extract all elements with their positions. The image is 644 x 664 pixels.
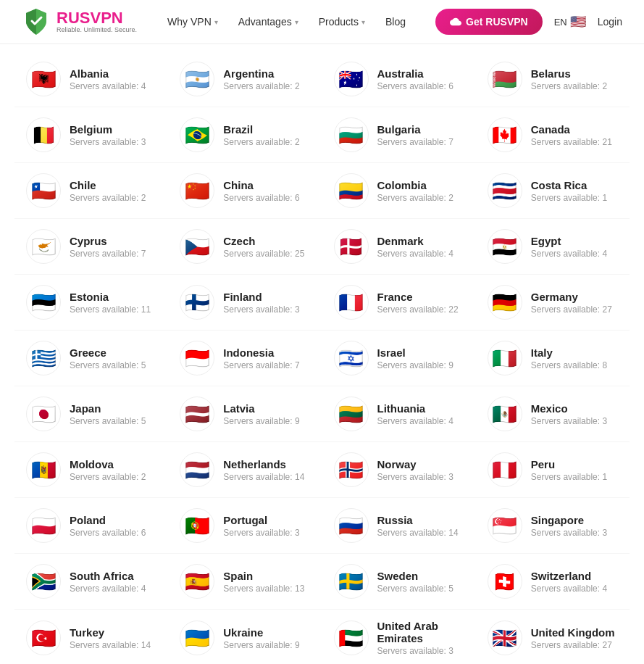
country-item[interactable]: 🇧🇾 Belarus Servers available: 2 (476, 51, 630, 107)
country-name: Colombia (377, 179, 453, 191)
country-item[interactable]: 🇫🇮 Finland Servers available: 3 (168, 275, 322, 331)
country-name: Germany (531, 291, 612, 303)
country-item[interactable]: 🇦🇺 Australia Servers available: 6 (322, 51, 476, 107)
country-item[interactable]: 🇦🇱 Albania Servers available: 4 (14, 51, 168, 107)
country-item[interactable]: 🇪🇸 Spain Servers available: 13 (168, 554, 322, 610)
country-item[interactable]: 🇮🇱 Israel Servers available: 9 (322, 331, 476, 386)
country-item[interactable]: 🇱🇻 Latvia Servers available: 9 (168, 386, 322, 442)
country-item[interactable]: 🇳🇴 Norway Servers available: 3 (322, 442, 476, 498)
country-info: Indonesia Servers available: 7 (223, 346, 299, 370)
country-item[interactable]: 🇱🇹 Lithuania Servers available: 4 (322, 386, 476, 442)
country-name: Singapore (531, 514, 607, 526)
country-servers: Servers available: 22 (377, 304, 459, 315)
country-name: France (377, 291, 459, 303)
country-item[interactable]: 🇯🇵 Japan Servers available: 5 (14, 386, 168, 442)
country-item[interactable]: 🇳🇱 Netherlands Servers available: 14 (168, 442, 322, 498)
country-flag: 🇵🇹 (180, 508, 214, 543)
nav-products[interactable]: Products ▾ (310, 12, 374, 32)
country-flag: 🇧🇷 (180, 117, 214, 152)
logo[interactable]: RUSVPN Reliable. Unlimited. Secure. (22, 7, 137, 36)
country-name: Netherlands (223, 458, 304, 470)
country-item[interactable]: 🇨🇾 Cyprus Servers available: 7 (14, 219, 168, 275)
country-item[interactable]: 🇨🇴 Colombia Servers available: 2 (322, 163, 476, 219)
country-info: Estonia Servers available: 11 (70, 291, 151, 315)
country-item[interactable]: 🇺🇦 Ukraine Servers available: 9 (168, 610, 322, 664)
country-item[interactable]: 🇪🇪 Estonia Servers available: 11 (14, 275, 168, 331)
country-info: Brazil Servers available: 2 (223, 123, 299, 147)
country-flag: 🇧🇬 (334, 117, 369, 152)
country-name: Finland (223, 291, 299, 303)
country-item[interactable]: 🇮🇹 Italy Servers available: 8 (476, 331, 630, 386)
country-flag: 🇯🇵 (26, 397, 61, 431)
country-info: Greece Servers available: 5 (70, 346, 146, 370)
nav-why-vpn[interactable]: Why VPN ▾ (159, 12, 227, 32)
country-name: Brazil (223, 123, 299, 136)
country-servers: Servers available: 14 (223, 472, 304, 482)
country-item[interactable]: 🇫🇷 France Servers available: 22 (322, 275, 476, 331)
country-item[interactable]: 🇨🇦 Canada Servers available: 21 (476, 107, 630, 163)
country-info: Colombia Servers available: 2 (377, 179, 453, 203)
country-item[interactable]: 🇧🇪 Belgium Servers available: 3 (14, 107, 168, 163)
country-item[interactable]: 🇿🇦 South Africa Servers available: 4 (14, 554, 168, 610)
country-flag: 🇨🇱 (26, 173, 61, 208)
country-item[interactable]: 🇨🇷 Costa Rica Servers available: 1 (476, 163, 630, 219)
country-info: France Servers available: 22 (377, 291, 459, 315)
country-flag: 🇬🇷 (26, 341, 61, 375)
country-name: Israel (377, 346, 453, 359)
country-item[interactable]: 🇨🇱 Chile Servers available: 2 (14, 163, 168, 219)
country-item[interactable]: 🇧🇬 Bulgaria Servers available: 7 (322, 107, 476, 163)
country-item[interactable]: 🇨🇿 Czech Servers available: 25 (168, 219, 322, 275)
country-item[interactable]: 🇨🇭 Switzerland Servers available: 4 (476, 554, 630, 610)
country-item[interactable]: 🇦🇪 United Arab Emirates Servers availabl… (322, 610, 476, 664)
country-name: Estonia (70, 291, 151, 303)
country-servers: Servers available: 5 (377, 584, 453, 594)
language-selector[interactable]: EN 🇺🇸 (554, 14, 586, 30)
country-item[interactable]: 🇬🇷 Greece Servers available: 5 (14, 331, 168, 386)
chevron-down-icon: ▾ (214, 18, 218, 26)
logo-tagline: Reliable. Unlimited. Secure. (57, 26, 137, 33)
country-item[interactable]: 🇨🇳 China Servers available: 6 (168, 163, 322, 219)
country-name: Japan (70, 402, 146, 415)
country-item[interactable]: 🇸🇪 Sweden Servers available: 5 (322, 554, 476, 610)
login-button[interactable]: Login (598, 16, 622, 28)
nav-advantages[interactable]: Advantages ▾ (230, 12, 307, 32)
language-label: EN (554, 17, 567, 28)
country-item[interactable]: 🇩🇪 Germany Servers available: 27 (476, 275, 630, 331)
country-item[interactable]: 🇵🇪 Peru Servers available: 1 (476, 442, 630, 498)
country-item[interactable]: 🇵🇱 Poland Servers available: 6 (14, 498, 168, 554)
get-rusvpn-button[interactable]: Get RUSVPN (435, 9, 543, 35)
nav-blog[interactable]: Blog (377, 12, 414, 32)
country-item[interactable]: 🇲🇩 Moldova Servers available: 2 (14, 442, 168, 498)
country-item[interactable]: 🇩🇰 Denmark Servers available: 4 (322, 219, 476, 275)
country-info: Turkey Servers available: 14 (70, 626, 151, 650)
country-item[interactable]: 🇸🇬 Singapore Servers available: 3 (476, 498, 630, 554)
country-servers: Servers available: 13 (223, 584, 304, 594)
country-servers: Servers available: 9 (377, 360, 453, 370)
country-flag: 🇱🇹 (334, 397, 369, 431)
country-item[interactable]: 🇲🇽 Mexico Servers available: 3 (476, 386, 630, 442)
country-info: Spain Servers available: 13 (223, 570, 304, 594)
country-info: Czech Servers available: 25 (223, 235, 304, 259)
country-name: Turkey (70, 626, 151, 639)
country-servers: Servers available: 5 (70, 360, 146, 370)
country-servers: Servers available: 7 (377, 137, 453, 147)
country-item[interactable]: 🇪🇬 Egypt Servers available: 4 (476, 219, 630, 275)
country-flag: 🇿🇦 (26, 564, 61, 599)
country-servers: Servers available: 7 (70, 249, 146, 259)
country-name: Denmark (377, 235, 453, 247)
country-item[interactable]: 🇷🇺 Russia Servers available: 14 (322, 498, 476, 554)
country-item[interactable]: 🇮🇩 Indonesia Servers available: 7 (168, 331, 322, 386)
country-name: Norway (377, 458, 453, 470)
country-servers: Servers available: 3 (531, 528, 607, 538)
country-info: Japan Servers available: 5 (70, 402, 146, 426)
country-item[interactable]: 🇧🇷 Brazil Servers available: 2 (168, 107, 322, 163)
country-item[interactable]: 🇦🇷 Argentina Servers available: 2 (168, 51, 322, 107)
country-item[interactable]: 🇬🇧 United Kingdom Servers available: 27 (476, 610, 630, 664)
country-item[interactable]: 🇵🇹 Portugal Servers available: 3 (168, 498, 322, 554)
country-info: United Kingdom Servers available: 27 (531, 626, 615, 650)
country-name: Greece (70, 346, 146, 359)
country-item[interactable]: 🇹🇷 Turkey Servers available: 14 (14, 610, 168, 664)
country-flag: 🇸🇪 (334, 564, 369, 599)
country-info: Ukraine Servers available: 9 (223, 626, 299, 650)
country-info: Egypt Servers available: 4 (531, 235, 607, 259)
